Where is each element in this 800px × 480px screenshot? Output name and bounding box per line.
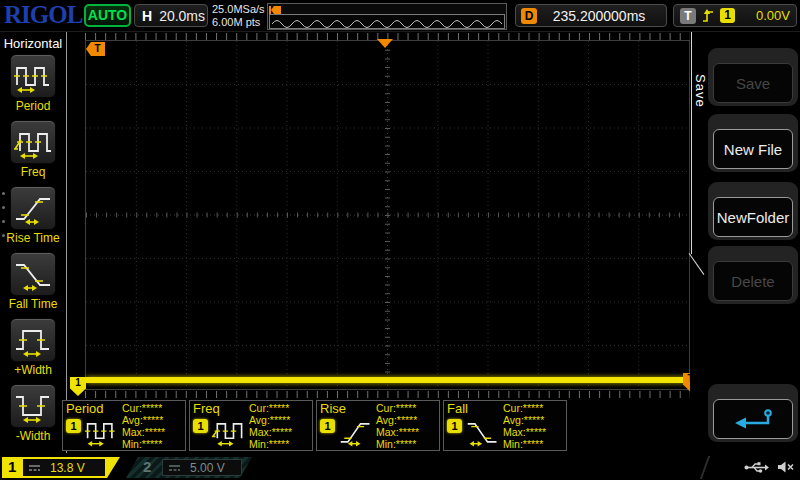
rising-edge-icon — [702, 8, 714, 23]
rise-time-icon — [338, 415, 374, 449]
softkey-slot: NewFolder — [708, 182, 798, 240]
channel2-indicator[interactable]: 2 5.00 V — [126, 457, 252, 478]
panel-title: Fall — [447, 401, 468, 416]
stat-min: Min:***** — [122, 438, 165, 450]
sidebar-item-minus-width[interactable]: -Width — [0, 384, 66, 450]
acquisition-info: 25.0MSa/s 6.00M pts — [212, 3, 265, 29]
delete-button[interactable]: Delete — [713, 261, 793, 301]
plus-width-icon — [13, 323, 53, 357]
top-ruler — [85, 33, 690, 40]
trigger-readout[interactable]: T 1 0.00V — [673, 4, 797, 27]
stat-max: Max:***** — [122, 426, 165, 438]
usb-icon — [744, 461, 770, 474]
menu-tab-diagonal — [689, 253, 705, 275]
speaker-muted-icon — [777, 460, 795, 474]
timebase-readout[interactable]: H 20.0ms — [134, 4, 208, 27]
run-status-badge[interactable]: AUTO — [84, 4, 131, 27]
stat-avg: Avg:***** — [249, 414, 292, 426]
rise-time-button[interactable] — [10, 186, 56, 230]
fall-time-icon — [13, 257, 53, 291]
plus-width-button[interactable] — [10, 318, 56, 362]
stat-avg: Avg:***** — [503, 414, 546, 426]
stat-max: Max:***** — [503, 426, 546, 438]
sidebar-item-label: Fall Time — [0, 297, 66, 311]
new-folder-button[interactable]: NewFolder — [713, 197, 793, 237]
period-icon — [84, 415, 120, 449]
sample-rate: 25.0MSa/s — [212, 3, 265, 16]
sidebar-item-label: Rise Time — [0, 231, 66, 245]
period-button[interactable] — [10, 54, 56, 98]
measure-category-title[interactable]: Horizontal — [0, 32, 66, 54]
channel2-number: 2 — [143, 458, 151, 475]
rise-time-icon — [13, 191, 53, 225]
dc-coupling-icon — [168, 464, 181, 472]
measurement-panel-fall[interactable]: Fall 1 Cur:***** Avg:***** Max:***** Min… — [443, 400, 567, 451]
back-button[interactable] — [713, 399, 793, 439]
measurement-panel-period[interactable]: Period 1 Cur:***** Avg:***** Max:***** M… — [62, 400, 186, 451]
minus-width-icon — [13, 389, 53, 423]
freq-icon — [211, 415, 247, 449]
horizontal-label: H — [142, 8, 152, 24]
sidebar-item-period[interactable]: Period — [0, 54, 66, 120]
dc-coupling-icon — [28, 464, 41, 472]
stat-avg: Avg:***** — [376, 414, 419, 426]
sidebar-item-rise-time[interactable]: Rise Time — [0, 186, 66, 252]
fall-time-button[interactable] — [10, 252, 56, 296]
stat-cur: Cur:***** — [503, 402, 546, 414]
status-bar: RIGOL AUTO H 20.0ms 25.0MSa/s 6.00M pts … — [0, 0, 800, 32]
panel-title: Freq — [193, 401, 220, 416]
waveform-preview[interactable] — [267, 3, 507, 30]
channel1-offset-marker[interactable]: 1 — [70, 377, 86, 396]
menu-tab-save: Save — [690, 74, 708, 108]
trigger-level-value: 0.00V — [741, 8, 790, 23]
panel-title: Rise — [320, 401, 346, 416]
scroll-indicator-dots — [2, 192, 5, 237]
rigol-logo: RIGOL — [4, 1, 82, 29]
preview-window — [269, 14, 505, 29]
graticule — [85, 40, 690, 390]
period-icon — [13, 59, 53, 93]
stat-avg: Avg:***** — [122, 414, 165, 426]
channel2-readout: 5.00 V — [162, 459, 242, 476]
channel1-scale: 13.8 V — [50, 461, 85, 475]
trigger-label-badge: T — [680, 8, 696, 24]
preview-position-bar — [269, 6, 271, 14]
delay-value: 235.200000ms — [537, 8, 661, 24]
save-button[interactable]: Save — [713, 63, 793, 103]
source-badge: 1 — [320, 419, 335, 433]
memory-depth: 6.00M pts — [212, 16, 265, 29]
return-arrow-icon — [731, 407, 775, 431]
source-badge: 1 — [66, 419, 81, 433]
softkey-menu: Save Save New File NewFolder Delete — [690, 32, 800, 453]
panel-title: Period — [66, 401, 104, 416]
stat-min: Min:***** — [249, 438, 292, 450]
stat-max: Max:***** — [249, 426, 292, 438]
measure-sidebar: Horizontal Period Freq — [0, 32, 67, 453]
stat-min: Min:***** — [376, 438, 419, 450]
sidebar-item-label: +Width — [0, 363, 66, 377]
stat-cur: Cur:***** — [122, 402, 165, 414]
delay-readout[interactable]: D 235.200000ms — [515, 4, 667, 27]
softkey-slot: Delete — [708, 246, 798, 304]
channel1-readout: 13.8 V — [23, 459, 105, 476]
stat-max: Max:***** — [376, 426, 419, 438]
channel2-scale: 5.00 V — [190, 461, 225, 475]
measurement-strip: Period 1 Cur:***** Avg:***** Max:***** M… — [62, 400, 567, 451]
freq-button[interactable] — [10, 120, 56, 164]
measurement-panel-rise[interactable]: Rise 1 Cur:***** Avg:***** Max:***** Min… — [316, 400, 440, 451]
sidebar-item-fall-time[interactable]: Fall Time — [0, 252, 66, 318]
system-icons — [744, 460, 795, 474]
delay-label-badge: D — [521, 8, 537, 24]
channel1-indicator[interactable]: 1 13.8 V — [2, 457, 120, 478]
softkey-slot: New File — [708, 114, 798, 172]
channel1-trace — [86, 377, 689, 383]
softkey-slot: Save — [708, 48, 798, 106]
new-file-button[interactable]: New File — [713, 129, 793, 169]
measurement-panel-freq[interactable]: Freq 1 Cur:***** Avg:***** Max:***** Min… — [189, 400, 313, 451]
stat-cur: Cur:***** — [249, 402, 292, 414]
measure-item-list: Period Freq Rise Time — [0, 54, 66, 450]
minus-width-button[interactable] — [10, 384, 56, 428]
sidebar-item-freq[interactable]: Freq — [0, 120, 66, 186]
sidebar-item-label: Period — [0, 99, 66, 113]
sidebar-item-plus-width[interactable]: +Width — [0, 318, 66, 384]
